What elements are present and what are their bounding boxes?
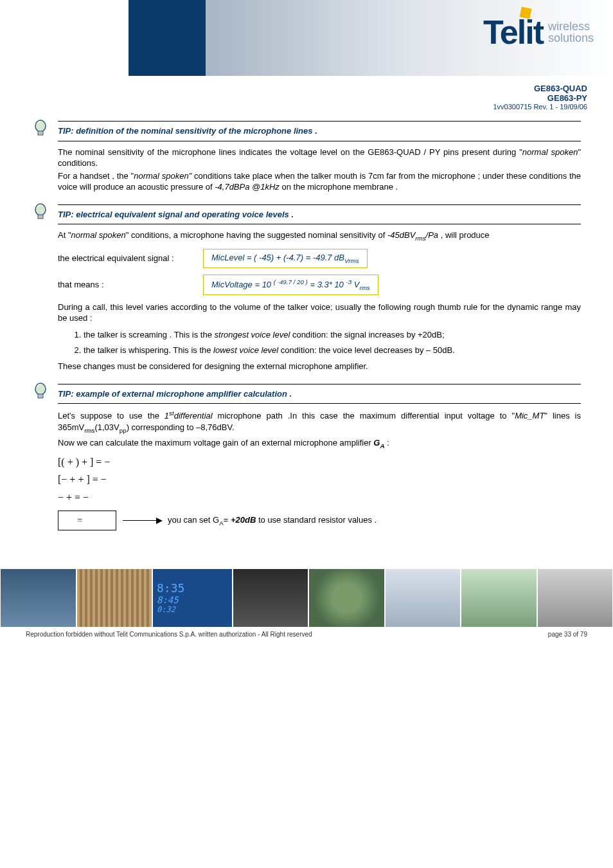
footer-img-7 — [461, 569, 537, 627]
logo-subtitle: wireless solutions — [548, 21, 594, 44]
content: TIP: definition of the nominal sensitivi… — [0, 121, 613, 530]
footer-right: page 33 of 79 — [548, 631, 587, 638]
doc-rev: 1vv0300715 Rev. 1 - 19/09/06 — [26, 103, 587, 111]
para-6: Let's suppose to use the 1stdifferential… — [58, 409, 581, 435]
footer-img-6 — [386, 569, 461, 627]
model-2: GE863-PY — [26, 93, 587, 103]
equation-2: [− + + ] = − — [58, 473, 581, 487]
lightbulb-icon — [33, 383, 48, 401]
footer-left: Reproduction forbidden without Telit Com… — [26, 631, 312, 638]
para-1: The nominal sensitivity of the microphon… — [58, 147, 581, 169]
equation-result: you can set GA= +20dB to use standard re… — [168, 514, 377, 527]
equation-1: [( + ) + ] = − — [58, 455, 581, 469]
tip-3-title: TIP: example of external microphone ampl… — [58, 387, 581, 401]
tip-3: TIP: example of external microphone ampl… — [58, 384, 581, 404]
para-3: At "normal spoken" conditions, a microph… — [58, 230, 581, 242]
logo-sub2: solutions — [548, 32, 594, 44]
logo: Telit wireless solutions — [483, 13, 594, 51]
formula-2-label: that means : — [58, 279, 199, 291]
model-1: GE863-QUAD — [26, 84, 587, 93]
logo-sub1: wireless — [548, 21, 594, 32]
footer-img-1 — [1, 569, 76, 627]
lightbulb-icon — [33, 120, 48, 138]
lightbulb-icon — [33, 203, 48, 221]
doc-header: GE863-QUAD GE863-PY 1vv0300715 Rev. 1 - … — [0, 77, 613, 116]
tip-1-title: TIP: definition of the nominal sensitivi… — [58, 124, 581, 138]
logo-accent — [519, 7, 531, 19]
tip-2-title: TIP: electrical equivalent signal and op… — [58, 208, 581, 222]
footer-img-8 — [538, 569, 613, 627]
equation-final-box: = — [58, 511, 116, 530]
voice-level-list: the talker is screaming . This is the st… — [71, 329, 581, 356]
list-item-2: the talker is whispering. This is the lo… — [84, 345, 581, 356]
formula-1-box: MicLevel = ( -45) + (-4.7) = -49.7 dBVrm… — [203, 249, 368, 268]
formula-1: the electrical equivalent signal : MicLe… — [58, 249, 581, 268]
footer-img-5 — [309, 569, 384, 627]
logo-brand: Telit — [483, 14, 543, 51]
svg-rect-5 — [38, 394, 43, 398]
footer-image-strip: 8:35 8:45 0:32 — [0, 569, 613, 627]
list-item-1: the talker is screaming . This is the st… — [84, 329, 581, 341]
formula-2-box: MicVoltage = 10 ( -49.7 / 20 ) = 3.3* 10… — [203, 275, 378, 295]
para-7: Now we can calculate the maximum voltage… — [58, 437, 581, 450]
footer-img-4 — [233, 569, 308, 627]
para-2: For a handset , the "normal spoken" cond… — [58, 170, 581, 193]
arrow-icon — [123, 520, 161, 521]
equation-3: − + = − — [58, 491, 581, 505]
formula-1-label: the electrical equivalent signal : — [58, 253, 199, 264]
equation-final: = you can set GA= +20dB to use standard … — [58, 511, 581, 530]
header-band: Telit wireless solutions — [0, 0, 613, 77]
header-blue-block — [129, 0, 206, 76]
para-5: These changes must be considered for des… — [58, 361, 581, 372]
svg-rect-1 — [38, 131, 43, 135]
para-4: During a call, this level varies accordi… — [58, 302, 581, 324]
formula-2: that means : MicVoltage = 10 ( -49.7 / 2… — [58, 275, 581, 295]
svg-rect-3 — [38, 215, 43, 219]
footer-img-2 — [77, 569, 152, 627]
footer-text: Reproduction forbidden without Telit Com… — [0, 627, 613, 651]
tip-1: TIP: definition of the nominal sensitivi… — [58, 121, 581, 141]
footer-img-3: 8:35 8:45 0:32 — [153, 569, 232, 627]
tip-2: TIP: electrical equivalent signal and op… — [58, 204, 581, 225]
